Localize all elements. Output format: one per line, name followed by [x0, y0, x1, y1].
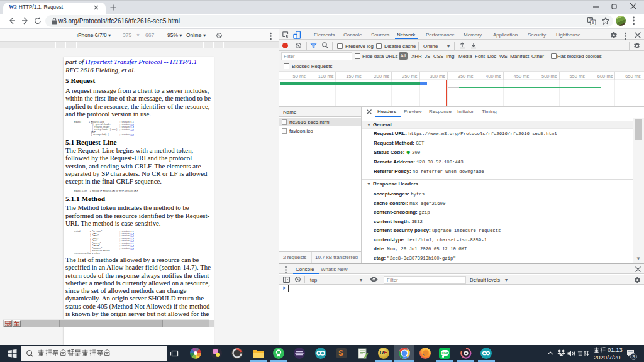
svg-text:A: A: [592, 21, 595, 25]
